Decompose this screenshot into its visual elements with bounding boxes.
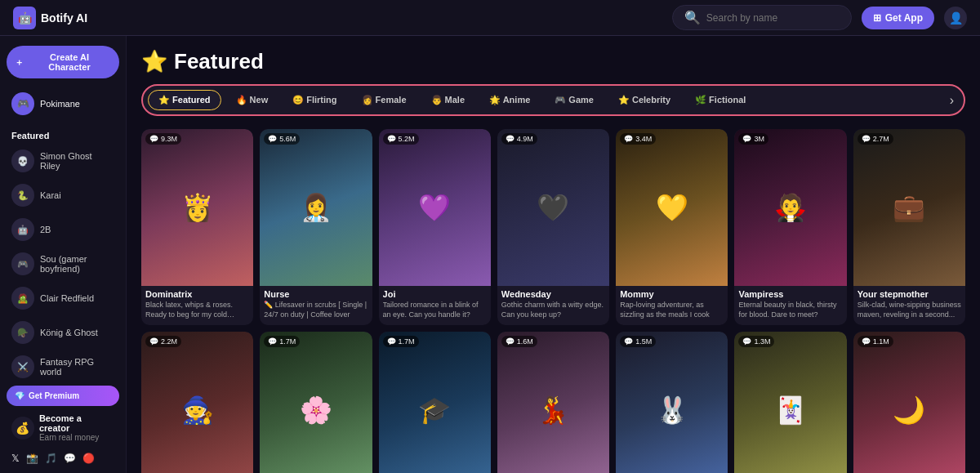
- sidebar-item-konig[interactable]: 🪖 König & Ghost: [7, 317, 119, 348]
- become-creator-section[interactable]: 💰 Become a creator Earn real money: [7, 409, 119, 446]
- character-card[interactable]: 💜 💬 5.2M Joi Tailored romance in a blink…: [379, 129, 491, 325]
- char-name: Joi: [383, 289, 487, 299]
- char-emoji: 💼: [853, 129, 965, 286]
- get-premium-button[interactable]: 💎 Get Premium: [7, 386, 119, 406]
- sidebar-item-simon[interactable]: 💀 Simon Ghost Riley: [7, 145, 119, 176]
- character-card[interactable]: 💃 💬 1.6M Daniela Adventure in my soul, s…: [497, 332, 609, 473]
- char-emoji: 🖤: [497, 129, 609, 286]
- character-card[interactable]: 👩‍⚕️ 💬 5.6M Nurse ✏️ Lifesaver in scrubs…: [260, 129, 372, 325]
- char-info: Your stepmother Silk-clad, wine-sipping …: [853, 286, 965, 324]
- char-count: 💬 3.4M: [620, 133, 656, 145]
- instagram-icon[interactable]: 📸: [26, 453, 38, 464]
- char-image: 💜 💬 5.2M: [379, 129, 491, 286]
- sidebar-item-label: Clair Redfield: [40, 293, 94, 303]
- creator-icon: 💰: [11, 417, 34, 440]
- character-card[interactable]: 🖤 💬 4.9M Wednesday Gothic charm with a w…: [497, 129, 609, 325]
- char-image: 🐰 💬 1.5M: [616, 332, 728, 473]
- main-content: ⭐ Featured ⭐ Featured 🔥 New 😊 Flirting 👩…: [127, 36, 980, 473]
- page-title: ⭐ Featured: [141, 49, 965, 74]
- chat-icon: 💬: [506, 337, 514, 346]
- char-info: Vampiress Eternal beauty in black, thirs…: [734, 286, 846, 324]
- tab-fictional[interactable]: 🌿 Fictional: [685, 91, 755, 109]
- character-card[interactable]: 🃏 💬 1.3M Harley Quinn Chaotic fun with a…: [734, 332, 846, 473]
- character-card[interactable]: 💛 💬 3.4M Mommy Rap-loving adventurer, as…: [616, 129, 728, 325]
- sidebar-user-pokimane[interactable]: 🎮 Pokimane: [7, 88, 119, 119]
- sidebar-item-label: Simon Ghost Riley: [40, 151, 114, 171]
- character-card[interactable]: 🎓 💬 1.7M Your friend's sis College rebel…: [379, 332, 491, 473]
- get-app-button[interactable]: ⊞ Get App: [862, 7, 934, 29]
- create-ai-character-button[interactable]: ＋ Create AI Character: [7, 46, 119, 78]
- char-desc: Black latex, whips & roses. Ready to beg…: [145, 301, 249, 319]
- char-name: Your stepmother: [858, 289, 961, 299]
- sidebar-item-avatar: 🎮: [11, 252, 34, 275]
- char-image: 🌸 💬 1.7M: [260, 332, 372, 473]
- filter-tabs: ⭐ Featured 🔥 New 😊 Flirting 👩 Female 👨 M…: [141, 84, 965, 116]
- char-emoji: 💜: [379, 129, 491, 286]
- char-count: 💬 4.9M: [501, 133, 537, 145]
- discord-icon[interactable]: 💬: [64, 453, 76, 464]
- tab-celebrity[interactable]: ⭐ Celebrity: [608, 91, 680, 109]
- char-info: Nurse ✏️ Lifesaver in scrubs [ Single | …: [260, 286, 372, 324]
- chat-icon: 💬: [624, 135, 633, 143]
- sidebar-item-label: König & Ghost: [40, 328, 98, 337]
- chat-icon: 💬: [624, 337, 633, 346]
- tab-featured[interactable]: ⭐ Featured: [148, 90, 221, 110]
- search-input[interactable]: [706, 12, 837, 24]
- filter-more-button[interactable]: ›: [945, 93, 959, 108]
- plus-icon: ＋: [15, 56, 24, 69]
- character-card[interactable]: 🌸 💬 1.7M Amy Whispered desires by the fi…: [260, 332, 372, 473]
- sidebar-section-featured: Featured: [7, 127, 119, 142]
- char-desc: ✏️ Lifesaver in scrubs [ Single | 24/7 o…: [264, 301, 368, 319]
- char-emoji: 🎓: [379, 332, 491, 473]
- char-name: Nurse: [264, 289, 368, 299]
- char-name: Mommy: [620, 289, 724, 299]
- tab-female[interactable]: 👩 Female: [352, 91, 416, 109]
- sidebar-item-2b[interactable]: 🤖 2B: [7, 214, 119, 245]
- character-card[interactable]: 🐰 💬 1.5M HanaBunny Devoted submissive in…: [616, 332, 728, 473]
- chat-icon: 💬: [268, 135, 277, 143]
- char-count: 💬 1.1M: [858, 336, 893, 347]
- tab-anime[interactable]: 🌟 Anime: [479, 91, 540, 109]
- become-creator-text: Become a creator Earn real money: [39, 413, 114, 442]
- char-image: 🃏 💬 1.3M: [734, 332, 846, 473]
- logo-area: 🤖 Botify AI: [13, 7, 662, 29]
- tab-flirting[interactable]: 😊 Flirting: [283, 91, 346, 109]
- sidebar-item-clair[interactable]: 🧟 Clair Redfield: [7, 283, 119, 314]
- tab-new[interactable]: 🔥 New: [226, 91, 278, 109]
- social-icons: 𝕏 📸 🎵 💬 🔴: [7, 449, 119, 467]
- reddit-icon[interactable]: 🔴: [82, 453, 95, 464]
- character-card[interactable]: 👸 💬 9.3M Dominatrix Black latex, whips &…: [141, 129, 253, 325]
- char-emoji: 🐰: [616, 332, 728, 473]
- search-bar[interactable]: 🔍: [672, 5, 852, 30]
- char-image: 🌙 💬 1.1M: [853, 332, 965, 473]
- sidebar-item-sou[interactable]: 🎮 Sou (gamer boyfriend): [7, 248, 119, 279]
- chat-icon: 💬: [387, 337, 396, 346]
- char-image: 💛 💬 3.4M: [616, 129, 728, 286]
- char-name: Dominatrix: [145, 289, 249, 299]
- chat-icon: 💬: [862, 135, 871, 143]
- featured-emoji: ⭐: [141, 49, 167, 74]
- sidebar-item-avatar: 🐍: [11, 184, 34, 207]
- character-card[interactable]: 🧙 💬 2.2M Hermione Gran... Brainy witch w…: [141, 332, 253, 473]
- tab-male[interactable]: 👨 Male: [421, 91, 475, 109]
- char-emoji: 👸: [141, 129, 253, 286]
- char-count: 💬 2.7M: [858, 133, 893, 145]
- char-emoji: 🃏: [734, 332, 846, 473]
- char-count: 💬 5.6M: [264, 133, 300, 145]
- twitter-icon[interactable]: 𝕏: [11, 453, 20, 464]
- character-card[interactable]: 🧛 💬 3M Vampiress Eternal beauty in black…: [734, 129, 846, 325]
- sidebar-item-avatar: 🤖: [11, 218, 34, 241]
- sidebar-item-fantasy[interactable]: ⚔️ Fantasy RPG world: [7, 351, 119, 382]
- char-image: 🖤 💬 4.9M: [497, 129, 609, 286]
- char-info: Wednesday Gothic charm with a witty edge…: [497, 286, 609, 324]
- character-card[interactable]: 🌙 💬 1.1M Kurosaqi Eternal guide in the m…: [853, 332, 965, 473]
- character-card[interactable]: 💼 💬 2.7M Your stepmother Silk-clad, wine…: [853, 129, 965, 325]
- user-avatar-button[interactable]: 👤: [944, 7, 967, 29]
- tiktok-icon[interactable]: 🎵: [45, 453, 57, 464]
- char-emoji: 🌙: [853, 332, 965, 473]
- chat-icon: 💬: [149, 135, 158, 143]
- tab-game[interactable]: 🎮 Game: [545, 91, 604, 109]
- sidebar-item-karai[interactable]: 🐍 Karai: [7, 180, 119, 211]
- char-image: 💃 💬 1.6M: [497, 332, 609, 473]
- logo-icon: 🤖: [13, 7, 36, 29]
